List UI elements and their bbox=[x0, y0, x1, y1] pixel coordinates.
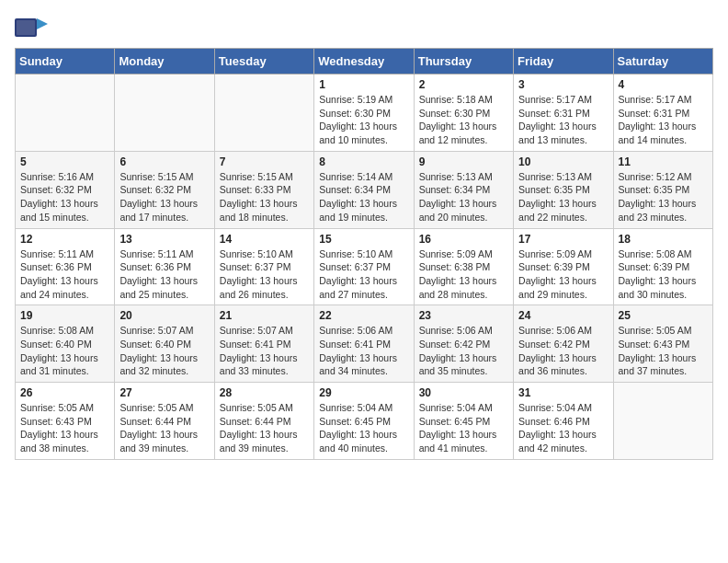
day-number: 20 bbox=[119, 309, 209, 322]
day-detail: Sunrise: 5:09 AMSunset: 6:39 PMDaylight:… bbox=[518, 247, 608, 302]
day-number: 17 bbox=[518, 233, 608, 246]
day-number: 25 bbox=[619, 309, 708, 322]
day-detail: Sunrise: 5:12 AMSunset: 6:35 PMDaylight:… bbox=[619, 170, 708, 224]
calendar-cell: 28Sunrise: 5:05 AMSunset: 6:44 PMDayligh… bbox=[214, 383, 313, 460]
calendar-cell: 8Sunrise: 5:14 AMSunset: 6:34 PMDaylight… bbox=[314, 151, 414, 228]
day-number: 2 bbox=[419, 78, 508, 91]
day-detail: Sunrise: 5:08 AMSunset: 6:39 PMDaylight:… bbox=[619, 247, 708, 302]
day-detail: Sunrise: 5:06 AMSunset: 6:42 PMDaylight:… bbox=[518, 324, 608, 378]
calendar-cell: 21Sunrise: 5:07 AMSunset: 6:41 PMDayligh… bbox=[214, 305, 313, 383]
day-detail: Sunrise: 5:04 AMSunset: 6:46 PMDaylight:… bbox=[518, 401, 608, 455]
day-header-wednesday: Wednesday bbox=[314, 49, 414, 75]
day-number: 14 bbox=[220, 233, 309, 246]
day-detail: Sunrise: 5:04 AMSunset: 6:45 PMDaylight:… bbox=[419, 401, 508, 455]
day-header-sunday: Sunday bbox=[16, 49, 115, 75]
calendar-cell: 15Sunrise: 5:10 AMSunset: 6:37 PMDayligh… bbox=[314, 228, 414, 305]
day-detail: Sunrise: 5:15 AMSunset: 6:32 PMDaylight:… bbox=[119, 170, 209, 224]
day-header-thursday: Thursday bbox=[414, 49, 513, 75]
day-number: 11 bbox=[619, 155, 708, 168]
calendar-cell bbox=[214, 75, 313, 152]
day-number: 24 bbox=[518, 309, 608, 322]
calendar-cell: 25Sunrise: 5:05 AMSunset: 6:43 PMDayligh… bbox=[613, 305, 712, 383]
day-number: 7 bbox=[220, 155, 309, 168]
day-detail: Sunrise: 5:05 AMSunset: 6:43 PMDaylight:… bbox=[619, 324, 708, 378]
day-number: 26 bbox=[20, 386, 109, 399]
day-number: 21 bbox=[220, 309, 309, 322]
day-detail: Sunrise: 5:19 AMSunset: 6:30 PMDaylight:… bbox=[319, 93, 408, 147]
day-detail: Sunrise: 5:15 AMSunset: 6:33 PMDaylight:… bbox=[220, 170, 309, 224]
day-detail: Sunrise: 5:17 AMSunset: 6:31 PMDaylight:… bbox=[518, 93, 608, 147]
day-detail: Sunrise: 5:18 AMSunset: 6:30 PMDaylight:… bbox=[419, 93, 508, 147]
calendar-cell: 19Sunrise: 5:08 AMSunset: 6:40 PMDayligh… bbox=[16, 305, 115, 383]
calendar-cell: 5Sunrise: 5:16 AMSunset: 6:32 PMDaylight… bbox=[16, 151, 115, 228]
day-number: 10 bbox=[518, 155, 608, 168]
calendar-cell: 27Sunrise: 5:05 AMSunset: 6:44 PMDayligh… bbox=[115, 383, 214, 460]
day-number: 31 bbox=[518, 386, 608, 399]
calendar-cell: 24Sunrise: 5:06 AMSunset: 6:42 PMDayligh… bbox=[514, 305, 613, 383]
calendar-cell: 6Sunrise: 5:15 AMSunset: 6:32 PMDaylight… bbox=[115, 151, 214, 228]
calendar-cell: 23Sunrise: 5:06 AMSunset: 6:42 PMDayligh… bbox=[414, 305, 513, 383]
day-number: 27 bbox=[119, 386, 209, 399]
calendar-cell: 18Sunrise: 5:08 AMSunset: 6:39 PMDayligh… bbox=[613, 228, 712, 305]
day-number: 28 bbox=[220, 386, 309, 399]
calendar-cell: 17Sunrise: 5:09 AMSunset: 6:39 PMDayligh… bbox=[514, 228, 613, 305]
calendar-cell: 2Sunrise: 5:18 AMSunset: 6:30 PMDaylight… bbox=[414, 75, 513, 152]
day-detail: Sunrise: 5:10 AMSunset: 6:37 PMDaylight:… bbox=[220, 247, 309, 302]
calendar-cell: 29Sunrise: 5:04 AMSunset: 6:45 PMDayligh… bbox=[314, 383, 414, 460]
calendar-cell: 14Sunrise: 5:10 AMSunset: 6:37 PMDayligh… bbox=[214, 228, 313, 305]
day-number: 16 bbox=[419, 233, 508, 246]
calendar-week-2: 5Sunrise: 5:16 AMSunset: 6:32 PMDaylight… bbox=[16, 151, 713, 228]
calendar-cell: 1Sunrise: 5:19 AMSunset: 6:30 PMDaylight… bbox=[314, 75, 414, 152]
calendar-cell: 20Sunrise: 5:07 AMSunset: 6:40 PMDayligh… bbox=[115, 305, 214, 383]
calendar-cell: 7Sunrise: 5:15 AMSunset: 6:33 PMDaylight… bbox=[214, 151, 313, 228]
svg-rect-2 bbox=[17, 20, 35, 35]
day-detail: Sunrise: 5:05 AMSunset: 6:43 PMDaylight:… bbox=[20, 401, 109, 455]
calendar-week-1: 1Sunrise: 5:19 AMSunset: 6:30 PMDaylight… bbox=[16, 75, 713, 152]
calendar-table: SundayMondayTuesdayWednesdayThursdayFrid… bbox=[15, 48, 713, 460]
day-number: 6 bbox=[119, 155, 209, 168]
day-detail: Sunrise: 5:17 AMSunset: 6:31 PMDaylight:… bbox=[619, 93, 708, 147]
day-header-monday: Monday bbox=[115, 49, 214, 75]
day-detail: Sunrise: 5:10 AMSunset: 6:37 PMDaylight:… bbox=[319, 247, 408, 302]
calendar-cell bbox=[16, 75, 115, 152]
day-number: 19 bbox=[20, 309, 109, 322]
day-number: 18 bbox=[619, 233, 708, 246]
day-number: 3 bbox=[518, 78, 608, 91]
calendar-cell bbox=[115, 75, 214, 152]
logo-icon bbox=[15, 15, 48, 40]
day-number: 1 bbox=[319, 78, 408, 91]
day-number: 22 bbox=[319, 309, 408, 322]
day-detail: Sunrise: 5:07 AMSunset: 6:40 PMDaylight:… bbox=[119, 324, 209, 378]
calendar-week-3: 12Sunrise: 5:11 AMSunset: 6:36 PMDayligh… bbox=[16, 228, 713, 305]
day-number: 4 bbox=[619, 78, 708, 91]
day-number: 29 bbox=[319, 386, 408, 399]
logo bbox=[15, 15, 50, 40]
day-detail: Sunrise: 5:05 AMSunset: 6:44 PMDaylight:… bbox=[119, 401, 209, 455]
day-detail: Sunrise: 5:04 AMSunset: 6:45 PMDaylight:… bbox=[319, 401, 408, 455]
page-header bbox=[15, 15, 713, 40]
day-detail: Sunrise: 5:13 AMSunset: 6:34 PMDaylight:… bbox=[419, 170, 508, 224]
day-header-tuesday: Tuesday bbox=[214, 49, 313, 75]
day-number: 9 bbox=[419, 155, 508, 168]
day-detail: Sunrise: 5:09 AMSunset: 6:38 PMDaylight:… bbox=[419, 247, 508, 302]
calendar-cell: 30Sunrise: 5:04 AMSunset: 6:45 PMDayligh… bbox=[414, 383, 513, 460]
day-detail: Sunrise: 5:13 AMSunset: 6:35 PMDaylight:… bbox=[518, 170, 608, 224]
calendar-cell: 22Sunrise: 5:06 AMSunset: 6:41 PMDayligh… bbox=[314, 305, 414, 383]
day-detail: Sunrise: 5:08 AMSunset: 6:40 PMDaylight:… bbox=[20, 324, 109, 378]
calendar-week-4: 19Sunrise: 5:08 AMSunset: 6:40 PMDayligh… bbox=[16, 305, 713, 383]
calendar-cell: 16Sunrise: 5:09 AMSunset: 6:38 PMDayligh… bbox=[414, 228, 513, 305]
day-detail: Sunrise: 5:07 AMSunset: 6:41 PMDaylight:… bbox=[220, 324, 309, 378]
day-detail: Sunrise: 5:05 AMSunset: 6:44 PMDaylight:… bbox=[220, 401, 309, 455]
day-detail: Sunrise: 5:06 AMSunset: 6:42 PMDaylight:… bbox=[419, 324, 508, 378]
calendar-cell: 13Sunrise: 5:11 AMSunset: 6:36 PMDayligh… bbox=[115, 228, 214, 305]
day-number: 8 bbox=[319, 155, 408, 168]
day-number: 12 bbox=[20, 233, 109, 246]
day-detail: Sunrise: 5:11 AMSunset: 6:36 PMDaylight:… bbox=[119, 247, 209, 302]
day-number: 5 bbox=[20, 155, 109, 168]
day-number: 13 bbox=[119, 233, 209, 246]
calendar-cell: 4Sunrise: 5:17 AMSunset: 6:31 PMDaylight… bbox=[613, 75, 712, 152]
calendar-cell: 10Sunrise: 5:13 AMSunset: 6:35 PMDayligh… bbox=[514, 151, 613, 228]
calendar-cell: 26Sunrise: 5:05 AMSunset: 6:43 PMDayligh… bbox=[16, 383, 115, 460]
day-number: 30 bbox=[419, 386, 508, 399]
calendar-cell: 9Sunrise: 5:13 AMSunset: 6:34 PMDaylight… bbox=[414, 151, 513, 228]
